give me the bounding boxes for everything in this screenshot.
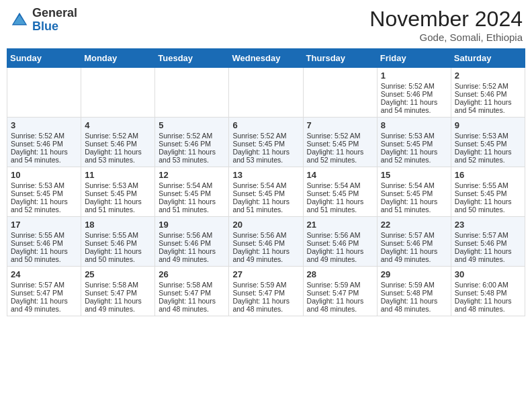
- day-info: Sunrise: 5:52 AM: [159, 132, 225, 140]
- day-number: 12: [159, 170, 225, 180]
- day-info: Daylight: 11 hours and 54 minutes.: [11, 148, 77, 164]
- day-info: Sunset: 5:45 PM: [455, 189, 521, 197]
- day-info: Sunset: 5:45 PM: [455, 140, 521, 148]
- calendar-week-row: 3Sunrise: 5:52 AMSunset: 5:46 PMDaylight…: [7, 118, 525, 167]
- day-info: Daylight: 11 hours and 52 minutes.: [307, 148, 373, 164]
- day-info: Sunrise: 5:56 AM: [232, 231, 299, 239]
- calendar-cell: 8Sunrise: 5:53 AMSunset: 5:45 PMDaylight…: [377, 118, 451, 167]
- day-of-week-header: Tuesday: [155, 49, 229, 68]
- day-info: Sunset: 5:47 PM: [85, 289, 151, 297]
- calendar-cell: 6Sunrise: 5:52 AMSunset: 5:45 PMDaylight…: [229, 118, 303, 167]
- month-title: November 2024: [369, 7, 523, 32]
- day-info: Sunset: 5:48 PM: [455, 289, 521, 297]
- location: Gode, Somali, Ethiopia: [369, 32, 523, 43]
- day-info: Daylight: 11 hours and 48 minutes.: [159, 297, 225, 313]
- calendar-cell: 20Sunrise: 5:56 AMSunset: 5:46 PMDayligh…: [229, 217, 303, 267]
- day-info: Daylight: 11 hours and 48 minutes.: [232, 297, 299, 313]
- calendar-cell: 25Sunrise: 5:58 AMSunset: 5:47 PMDayligh…: [81, 267, 155, 316]
- day-info: Sunset: 5:45 PM: [307, 140, 373, 148]
- calendar-cell: [81, 68, 155, 118]
- calendar-cell: 26Sunrise: 5:58 AMSunset: 5:47 PMDayligh…: [155, 267, 229, 316]
- calendar-cell: [229, 68, 303, 118]
- calendar-cell: 15Sunrise: 5:54 AMSunset: 5:45 PMDayligh…: [377, 167, 451, 217]
- day-info: Sunset: 5:47 PM: [11, 289, 77, 297]
- calendar-week-row: 1Sunrise: 5:52 AMSunset: 5:46 PMDaylight…: [7, 68, 525, 118]
- day-info: Daylight: 11 hours and 49 minutes.: [11, 297, 77, 313]
- day-info: Sunset: 5:45 PM: [85, 189, 151, 197]
- day-info: Sunset: 5:45 PM: [381, 189, 447, 197]
- day-info: Daylight: 11 hours and 49 minutes.: [232, 247, 299, 263]
- day-number: 4: [85, 120, 151, 130]
- day-number: 7: [307, 120, 373, 130]
- day-of-week-header: Wednesday: [229, 49, 303, 68]
- day-info: Sunrise: 6:00 AM: [455, 281, 521, 289]
- day-info: Sunset: 5:46 PM: [11, 239, 77, 247]
- calendar-cell: [7, 68, 81, 118]
- day-info: Sunrise: 5:54 AM: [232, 181, 299, 189]
- calendar-cell: 4Sunrise: 5:52 AMSunset: 5:46 PMDaylight…: [81, 118, 155, 167]
- calendar-table: SundayMondayTuesdayWednesdayThursdayFrid…: [7, 48, 525, 316]
- day-info: Sunrise: 5:53 AM: [381, 132, 447, 140]
- day-number: 13: [232, 170, 299, 180]
- day-info: Sunset: 5:46 PM: [232, 239, 299, 247]
- day-info: Daylight: 11 hours and 53 minutes.: [85, 148, 151, 164]
- day-info: Daylight: 11 hours and 52 minutes.: [11, 197, 77, 214]
- days-of-week-row: SundayMondayTuesdayWednesdayThursdayFrid…: [7, 49, 525, 68]
- logo-text: General Blue: [32, 7, 77, 34]
- day-of-week-header: Thursday: [303, 49, 377, 68]
- calendar-cell: 7Sunrise: 5:52 AMSunset: 5:45 PMDaylight…: [303, 118, 377, 167]
- day-of-week-header: Friday: [377, 49, 451, 68]
- day-info: Sunset: 5:45 PM: [381, 140, 447, 148]
- calendar-cell: 5Sunrise: 5:52 AMSunset: 5:46 PMDaylight…: [155, 118, 229, 167]
- day-number: 3: [11, 120, 77, 130]
- day-number: 16: [455, 170, 521, 180]
- day-info: Daylight: 11 hours and 53 minutes.: [159, 148, 225, 164]
- day-info: Sunset: 5:47 PM: [307, 289, 373, 297]
- day-info: Sunrise: 5:55 AM: [455, 181, 521, 189]
- day-of-week-header: Monday: [81, 49, 155, 68]
- day-info: Daylight: 11 hours and 49 minutes.: [307, 247, 373, 263]
- day-info: Sunrise: 5:56 AM: [307, 231, 373, 239]
- day-info: Sunrise: 5:57 AM: [11, 281, 77, 289]
- day-number: 27: [232, 269, 299, 279]
- day-info: Daylight: 11 hours and 49 minutes.: [381, 247, 447, 263]
- day-info: Daylight: 11 hours and 50 minutes.: [11, 247, 77, 263]
- day-info: Sunset: 5:46 PM: [11, 140, 77, 148]
- day-info: Sunset: 5:47 PM: [232, 289, 299, 297]
- day-info: Sunset: 5:46 PM: [85, 239, 151, 247]
- day-info: Sunrise: 5:53 AM: [455, 132, 521, 140]
- day-info: Sunrise: 5:59 AM: [307, 281, 373, 289]
- day-number: 25: [85, 269, 151, 279]
- day-number: 30: [455, 269, 521, 279]
- logo-icon: [9, 10, 30, 30]
- calendar-cell: 14Sunrise: 5:54 AMSunset: 5:45 PMDayligh…: [303, 167, 377, 217]
- calendar-cell: 28Sunrise: 5:59 AMSunset: 5:47 PMDayligh…: [303, 267, 377, 316]
- calendar-cell: 17Sunrise: 5:55 AMSunset: 5:46 PMDayligh…: [7, 217, 81, 267]
- day-info: Daylight: 11 hours and 53 minutes.: [232, 148, 299, 164]
- calendar-cell: 3Sunrise: 5:52 AMSunset: 5:46 PMDaylight…: [7, 118, 81, 167]
- page-header: General Blue November 2024 Gode, Somali,…: [7, 7, 525, 43]
- logo-general: General: [32, 7, 77, 20]
- day-number: 2: [455, 71, 521, 81]
- day-number: 1: [381, 71, 447, 81]
- calendar-cell: 29Sunrise: 5:59 AMSunset: 5:48 PMDayligh…: [377, 267, 451, 316]
- day-info: Daylight: 11 hours and 51 minutes.: [307, 197, 373, 214]
- day-info: Sunrise: 5:59 AM: [232, 281, 299, 289]
- day-number: 14: [307, 170, 373, 180]
- day-number: 29: [381, 269, 447, 279]
- calendar-week-row: 10Sunrise: 5:53 AMSunset: 5:45 PMDayligh…: [7, 167, 525, 217]
- day-info: Sunrise: 5:53 AM: [85, 181, 151, 189]
- day-info: Sunset: 5:45 PM: [232, 189, 299, 197]
- day-info: Sunset: 5:47 PM: [159, 289, 225, 297]
- day-number: 9: [455, 120, 521, 130]
- day-info: Sunset: 5:46 PM: [381, 239, 447, 247]
- day-number: 17: [11, 220, 77, 230]
- day-info: Sunrise: 5:54 AM: [381, 181, 447, 189]
- day-info: Daylight: 11 hours and 51 minutes.: [85, 197, 151, 214]
- calendar-cell: 1Sunrise: 5:52 AMSunset: 5:46 PMDaylight…: [377, 68, 451, 118]
- calendar-cell: 19Sunrise: 5:56 AMSunset: 5:46 PMDayligh…: [155, 217, 229, 267]
- logo: General Blue: [9, 7, 77, 34]
- day-info: Sunset: 5:45 PM: [307, 189, 373, 197]
- day-number: 15: [381, 170, 447, 180]
- calendar-cell: 18Sunrise: 5:55 AMSunset: 5:46 PMDayligh…: [81, 217, 155, 267]
